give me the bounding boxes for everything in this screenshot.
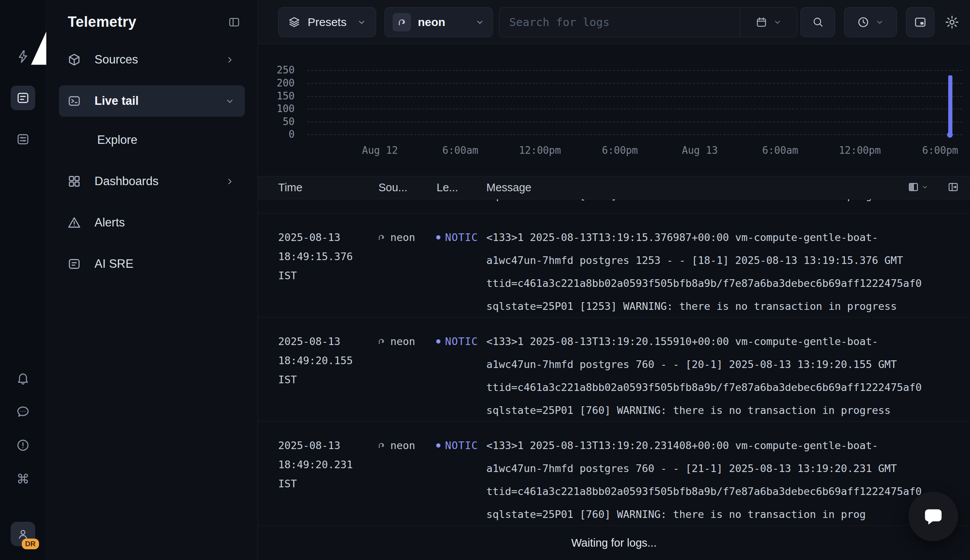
x-axis-tick: Aug 13 xyxy=(682,145,718,156)
bell-icon xyxy=(16,371,30,385)
log-table-body: sqlstate=25P01 [1253] WARNING: there is … xyxy=(258,199,970,525)
time-range-button[interactable] xyxy=(844,7,897,37)
source-elephant-icon xyxy=(376,336,387,347)
search-icon xyxy=(812,16,824,28)
gridline xyxy=(307,83,962,84)
gridline xyxy=(307,134,962,135)
info-icon xyxy=(16,438,30,453)
panel-left-icon xyxy=(228,16,241,29)
sidebar-item-live-tail[interactable]: Live tail xyxy=(59,85,245,117)
x-axis-tick: 6:00am xyxy=(442,145,478,156)
sidebar-item-alerts[interactable]: Alerts xyxy=(59,207,245,238)
sidebar-header: Telemetry xyxy=(46,0,258,41)
sidebar-nav: Sources Live tail Explore Dashboards Ale… xyxy=(46,41,258,280)
chevron-down-icon xyxy=(225,96,235,106)
chat-icon xyxy=(16,404,30,419)
sidebar: Telemetry Sources Live tail Explore Dash… xyxy=(46,0,258,560)
columns-settings-button[interactable] xyxy=(907,181,929,193)
support-chat-fab[interactable] xyxy=(908,492,958,541)
y-axis-tick: 0 xyxy=(258,128,295,140)
settings-button[interactable] xyxy=(944,15,960,30)
nav-rail: ⌘ DR xyxy=(0,0,46,560)
sidebar-item-ai-sre[interactable]: AI SRE xyxy=(59,248,245,280)
notifications-button[interactable] xyxy=(11,366,35,390)
log-timestamp: 2025-08-1318:49:15.376IST xyxy=(278,228,353,285)
sidebar-item-label: Explore xyxy=(97,133,137,147)
log-source: neon xyxy=(376,440,415,452)
split-columns-icon xyxy=(947,181,959,193)
level-dot xyxy=(436,339,440,343)
x-axis-tick: 12:00pm xyxy=(519,145,561,156)
app-root: ⌘ DR Telemetry Sources Live tail xyxy=(0,0,970,560)
chevron-down-icon xyxy=(773,18,782,27)
log-level: NOTIC xyxy=(436,335,478,347)
log-count-bar[interactable] xyxy=(948,75,952,133)
sidebar-collapse-button[interactable] xyxy=(228,16,241,29)
level-dot xyxy=(436,443,440,448)
gridline xyxy=(307,122,962,122)
calendar-icon xyxy=(755,16,768,28)
log-message: <133>1 2025-08-13T13:19:20.155910+00:00 … xyxy=(486,330,922,422)
log-timestamp: 2025-08-1318:49:20.231IST xyxy=(278,436,353,493)
y-axis-tick: 200 xyxy=(258,77,295,89)
rail-item-quickstart[interactable] xyxy=(11,44,35,69)
log-table-header: Time Sou... Le... Message xyxy=(258,176,970,199)
ai-sre-icon xyxy=(67,257,82,271)
log-search-group xyxy=(499,7,797,37)
toolbar: Presets neon xyxy=(258,0,970,44)
pip-button[interactable] xyxy=(906,7,934,37)
split-view-button[interactable] xyxy=(947,181,959,193)
run-search-button[interactable] xyxy=(800,7,835,37)
messages-button[interactable] xyxy=(11,399,35,424)
search-input[interactable] xyxy=(499,8,740,37)
x-axis-tick: 6:00pm xyxy=(922,145,958,156)
shortcuts-button[interactable]: ⌘ xyxy=(11,467,35,491)
log-message-line: sqlstate=25P01 [1253] WARNING: there is … xyxy=(486,199,897,201)
sidebar-item-label: Alerts xyxy=(95,216,125,230)
gear-icon xyxy=(944,15,960,30)
log-row[interactable]: 2025-08-1318:49:20.155IST neon NOTIC <13… xyxy=(258,317,970,422)
gridline xyxy=(307,70,962,71)
sidebar-item-dashboards[interactable]: Dashboards xyxy=(59,166,245,197)
page-title: Telemetry xyxy=(68,14,136,30)
avatar-badge: DR xyxy=(22,538,39,549)
clipped-log-row[interactable]: sqlstate=25P01 [1253] WARNING: there is … xyxy=(258,199,970,213)
column-header-message: Message xyxy=(486,181,532,194)
log-row[interactable]: 2025-08-1318:49:20.231IST neon NOTIC <13… xyxy=(258,422,970,525)
y-axis-tick: 250 xyxy=(258,64,295,76)
gridline xyxy=(307,108,962,109)
log-message: <133>1 2025-08-13T13:19:20.231408+00:00 … xyxy=(486,434,922,526)
log-row[interactable]: 2025-08-1318:49:15.376IST neon NOTIC <13… xyxy=(258,213,970,317)
y-axis-tick: 150 xyxy=(258,90,295,102)
alert-triangle-icon xyxy=(67,215,82,230)
rail-item-logs[interactable] xyxy=(11,86,35,110)
log-message: <133>1 2025-08-13T13:19:15.376987+00:00 … xyxy=(486,226,922,318)
brand-logo[interactable] xyxy=(12,10,35,28)
live-tail-icon xyxy=(67,94,82,108)
rail-item-metrics[interactable] xyxy=(11,127,35,152)
rail-nav-group xyxy=(11,44,35,152)
pip-icon xyxy=(913,15,927,29)
sidebar-item-label: Live tail xyxy=(95,94,138,108)
date-range-button[interactable] xyxy=(740,8,797,37)
status-button[interactable] xyxy=(11,433,35,457)
chat-bubble-icon xyxy=(922,505,945,528)
grid-icon xyxy=(67,174,82,188)
gridline xyxy=(307,96,962,97)
user-avatar[interactable]: DR xyxy=(11,522,35,546)
y-axis-tick: 100 xyxy=(258,103,295,114)
rail-bottom-group: ⌘ DR xyxy=(11,366,35,546)
chevron-down-icon xyxy=(475,17,485,27)
chevron-down-icon xyxy=(357,17,367,27)
log-count-bar-dot xyxy=(947,132,953,138)
presets-button[interactable]: Presets xyxy=(278,7,376,37)
source-select[interactable]: neon xyxy=(385,7,493,37)
chevron-down-icon xyxy=(875,18,884,27)
chevron-right-icon xyxy=(225,55,235,65)
x-axis-tick: 6:00am xyxy=(762,145,798,156)
column-header-source: Sou... xyxy=(378,181,408,194)
sidebar-item-sources[interactable]: Sources xyxy=(59,44,245,75)
sidebar-item-explore[interactable]: Explore xyxy=(59,124,245,156)
chevron-down-icon xyxy=(921,183,929,191)
x-axis-tick: 12:00pm xyxy=(839,145,881,156)
